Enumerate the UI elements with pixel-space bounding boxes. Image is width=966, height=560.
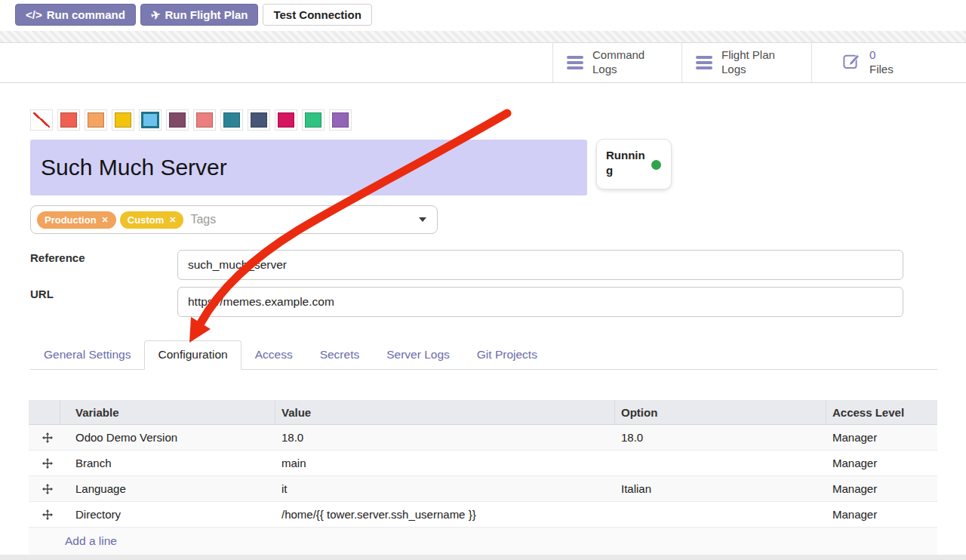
cell-variable[interactable]: Language <box>60 482 275 495</box>
server-name-input[interactable]: Such Much Server <box>30 140 587 195</box>
command-logs-label: Command Logs <box>592 48 653 77</box>
table-header-row: Variable Value Option Access Level <box>29 400 937 425</box>
plane-icon: ✈ <box>149 7 162 22</box>
remove-tag-icon[interactable]: ✕ <box>102 215 109 225</box>
tag-custom-label: Custom <box>128 214 164 226</box>
url-input[interactable] <box>177 287 903 317</box>
cell-value[interactable]: /home/{{ tower.server.ssh_username }} <box>275 508 615 521</box>
run-command-label: Run command <box>47 8 125 21</box>
files-count: 0 <box>869 48 930 63</box>
separator-band <box>0 31 966 43</box>
cell-access-level[interactable]: Manager <box>826 482 937 495</box>
tags-placeholder: Tags <box>190 213 216 226</box>
tag-custom: Custom ✕ <box>120 211 184 229</box>
tab-access[interactable]: Access <box>242 340 306 370</box>
cell-value[interactable]: it <box>275 482 615 495</box>
command-logs-button[interactable]: Command Logs <box>552 43 681 82</box>
server-status-card: Running <box>596 139 672 189</box>
code-icon: </> <box>26 8 42 21</box>
column-access-level[interactable]: Access Level <box>826 400 937 424</box>
remove-tag-icon[interactable]: ✕ <box>169 215 176 225</box>
swatch-salmon[interactable] <box>193 109 216 131</box>
cell-value[interactable]: 18.0 <box>275 431 615 444</box>
swatch-dark-blue[interactable] <box>248 109 270 131</box>
cell-access-level[interactable]: Manager <box>826 431 937 444</box>
files-label: Files <box>869 63 930 77</box>
tags-field[interactable]: Production ✕ Custom ✕ Tags <box>30 205 438 234</box>
flight-plan-logs-label: Flight Plan Logs <box>721 48 782 77</box>
flight-plan-logs-button[interactable]: Flight Plan Logs <box>681 43 811 82</box>
status-green-dot-icon <box>651 160 661 170</box>
variables-table: Variable Value Option Access Level Odoo … <box>29 400 937 555</box>
cell-variable[interactable]: Odoo Demo Version <box>60 431 275 444</box>
column-value[interactable]: Value <box>275 400 615 424</box>
url-label: URL <box>30 288 54 300</box>
tab-general-settings[interactable]: General Settings <box>30 340 144 370</box>
drag-handle-icon[interactable] <box>29 458 60 469</box>
cell-access-level[interactable]: Manager <box>826 457 937 469</box>
color-picker <box>30 109 352 131</box>
files-button[interactable]: 0 Files <box>811 43 966 82</box>
column-variable[interactable]: Variable <box>60 400 275 424</box>
swatch-yellow[interactable] <box>112 109 134 131</box>
table-row[interactable]: Language it Italian Manager <box>29 476 937 502</box>
reference-input[interactable] <box>177 250 903 280</box>
reference-label: Reference <box>30 251 85 264</box>
add-a-line-link[interactable]: Add a line <box>29 534 117 548</box>
tab-git-projects[interactable]: Git Projects <box>463 340 551 370</box>
edit-icon <box>842 52 860 73</box>
form-header: Command Logs Flight Plan Logs 0 Files <box>0 43 966 83</box>
list-icon <box>696 56 712 69</box>
top-action-bar: </> Run command ✈ Run Flight Plan Test C… <box>0 0 966 31</box>
table-body: Odoo Demo Version 18.0 18.0 Manager Bran… <box>29 425 937 528</box>
table-row[interactable]: Odoo Demo Version 18.0 18.0 Manager <box>29 425 937 451</box>
run-command-button[interactable]: </> Run command <box>15 4 136 26</box>
status-label: Running <box>606 148 647 177</box>
swatch-purple[interactable] <box>329 109 352 131</box>
swatch-light-blue-selected[interactable] <box>139 109 162 131</box>
swatch-fuchsia[interactable] <box>275 109 297 131</box>
server-name-value: Such Much Server <box>41 155 227 180</box>
cell-variable[interactable]: Directory <box>60 508 275 521</box>
tab-configuration[interactable]: Configuration <box>144 340 241 370</box>
list-icon <box>567 56 583 69</box>
swatch-dark-purple[interactable] <box>166 109 189 131</box>
page-bottom-band <box>0 555 966 560</box>
table-row[interactable]: Directory /home/{{ tower.server.ssh_user… <box>29 502 937 528</box>
table-row[interactable]: Branch main Manager <box>29 451 937 476</box>
tag-production: Production ✕ <box>37 211 116 229</box>
no-color-slash-icon <box>33 112 50 128</box>
swatch-teal[interactable] <box>220 109 243 131</box>
swatch-orange[interactable] <box>85 109 107 131</box>
drag-handle-icon[interactable] <box>29 509 60 520</box>
cell-option[interactable]: 18.0 <box>615 431 826 444</box>
test-connection-button[interactable]: Test Connection <box>263 4 371 26</box>
notebook-tabs: General Settings Configuration Access Se… <box>30 342 937 370</box>
test-connection-label: Test Connection <box>273 8 361 21</box>
add-line-row: Add a line <box>29 528 937 555</box>
run-flight-plan-button[interactable]: ✈ Run Flight Plan <box>140 4 259 26</box>
cell-variable[interactable]: Branch <box>60 457 275 469</box>
drag-handle-icon[interactable] <box>29 484 60 494</box>
run-flight-plan-label: Run Flight Plan <box>165 8 248 21</box>
cell-value[interactable]: main <box>275 457 615 469</box>
cell-access-level[interactable]: Manager <box>826 508 937 521</box>
tab-server-logs[interactable]: Server Logs <box>373 340 463 370</box>
swatch-no-color[interactable] <box>30 109 53 131</box>
swatch-green[interactable] <box>302 109 325 131</box>
tab-secrets[interactable]: Secrets <box>306 340 374 370</box>
form-sheet: Such Much Server Running Production ✕ Cu… <box>0 83 966 555</box>
drag-handle-icon[interactable] <box>29 432 60 443</box>
tag-production-label: Production <box>45 214 97 226</box>
chevron-down-icon[interactable] <box>419 217 426 222</box>
cell-option[interactable]: Italian <box>615 482 826 495</box>
handle-column-header <box>29 400 60 424</box>
column-option[interactable]: Option <box>615 400 826 424</box>
swatch-red[interactable] <box>57 109 80 131</box>
